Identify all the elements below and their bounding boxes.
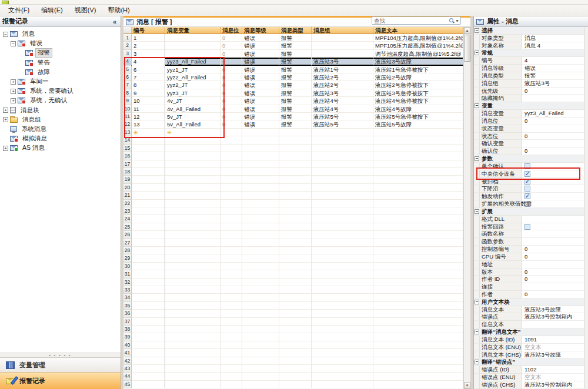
menu-item-3[interactable]: 帮助(H) [102, 5, 135, 16]
cell-empty[interactable] [373, 279, 463, 286]
cell-message-tag[interactable] [165, 42, 220, 49]
cell-empty[interactable] [220, 357, 242, 365]
cell-empty[interactable] [373, 160, 463, 168]
tree-expand-icon[interactable]: + [3, 146, 8, 151]
cell-empty[interactable] [312, 168, 373, 176]
cell-empty[interactable] [279, 200, 312, 207]
column-header-bit[interactable]: 消息位 [220, 27, 242, 34]
cell-message-tag[interactable] [165, 50, 220, 58]
cell-empty[interactable] [312, 207, 373, 215]
cell-empty[interactable] [312, 184, 373, 192]
table-row[interactable]: 23 [123, 207, 463, 215]
cell-empty[interactable] [242, 200, 279, 207]
property-value[interactable] [522, 193, 584, 200]
tree-item[interactable]: 警告 [0, 58, 121, 68]
scroll-down-arrow[interactable]: ▼ [464, 382, 470, 389]
cell-empty[interactable] [220, 333, 242, 341]
cell-message-type[interactable]: 报警 [279, 81, 312, 89]
cell-empty[interactable] [312, 129, 373, 136]
cell-empty[interactable] [165, 247, 220, 254]
cell-empty[interactable] [132, 333, 165, 341]
cell-message-text[interactable]: 液压站4号故障 [373, 105, 463, 113]
cell-empty[interactable] [373, 231, 463, 239]
cell-message-class[interactable]: 错误 [242, 120, 279, 128]
cell-message-group[interactable]: 液压站4号 [312, 105, 373, 113]
cell-empty[interactable] [220, 160, 242, 168]
table-row[interactable]: 11125v_JT0错误报警液压站5号液压站5号急停被按下 [123, 113, 463, 120]
cell-empty[interactable] [373, 357, 463, 365]
cell-empty[interactable] [242, 152, 279, 160]
table-row[interactable]: 15 [123, 145, 463, 152]
cell-message-type[interactable]: 报警 [279, 105, 312, 113]
cell-empty[interactable] [132, 302, 165, 310]
property-value[interactable] [522, 185, 584, 193]
cell-message-group[interactable]: 液压站3号 [312, 89, 373, 97]
cell-message-group[interactable] [312, 50, 373, 58]
cell-empty[interactable] [373, 286, 463, 294]
cell-empty[interactable] [132, 341, 165, 349]
cell-empty[interactable] [279, 254, 312, 262]
property-row[interactable]: 状态变量 [474, 125, 584, 133]
cell-empty[interactable] [220, 270, 242, 278]
cell-message-group[interactable] [312, 34, 373, 42]
cell-empty[interactable] [165, 160, 220, 168]
cell-empty[interactable] [165, 302, 220, 310]
cell-empty[interactable] [220, 326, 242, 333]
cell-message-tag[interactable]: 4v_JT [165, 97, 220, 105]
cell-message-type[interactable]: 报警 [279, 42, 312, 49]
cell-empty[interactable] [242, 263, 279, 270]
cell-number[interactable]: 8 [132, 81, 165, 89]
cell-empty[interactable] [312, 349, 373, 357]
property-value[interactable] [522, 321, 584, 328]
property-value[interactable]: 0 [522, 276, 584, 283]
cell-message-type[interactable]: 报警 [279, 34, 312, 42]
scrollbar-thumb[interactable] [464, 35, 470, 62]
cell-empty[interactable] [220, 145, 242, 152]
cell-empty[interactable] [132, 263, 165, 270]
cell-empty[interactable] [242, 333, 279, 341]
cell-message-tag[interactable]: yyz2_All_Failed [165, 73, 220, 81]
cell-message-type[interactable]: 报警 [279, 89, 312, 97]
property-row[interactable]: 地址 [474, 261, 584, 269]
property-group-header[interactable]: −翻译“错误点” [474, 358, 584, 366]
cell-empty[interactable] [165, 145, 220, 152]
cell-empty[interactable] [132, 294, 165, 301]
tree-item[interactable]: +车间一 [0, 77, 121, 86]
property-row[interactable]: 作者0 [474, 291, 584, 299]
cell-empty[interactable] [165, 263, 220, 270]
cell-empty[interactable] [132, 254, 165, 262]
table-row[interactable]: 20 [123, 184, 463, 192]
table-row[interactable]: 21 [123, 192, 463, 199]
cell-message-tag[interactable]: 5v_All_Failed [165, 120, 220, 128]
property-value[interactable]: 0 [522, 269, 584, 276]
cell-empty[interactable] [373, 145, 463, 152]
cell-empty[interactable] [312, 310, 373, 317]
cell-empty[interactable] [373, 294, 463, 301]
property-value[interactable]: 0 [522, 246, 584, 253]
cell-empty[interactable] [312, 373, 373, 380]
property-value[interactable]: 错误 [522, 65, 584, 72]
cell-empty[interactable] [165, 381, 220, 388]
property-row[interactable]: 消息类型报警 [474, 72, 584, 80]
cell-empty[interactable] [165, 223, 220, 231]
property-value[interactable] [522, 223, 584, 231]
cell-empty[interactable] [132, 152, 165, 160]
cell-empty[interactable] [242, 215, 279, 223]
cell-empty[interactable] [279, 333, 312, 341]
cell-message-group[interactable]: 液压站4号 [312, 97, 373, 105]
cell-empty[interactable] [220, 192, 242, 199]
property-value[interactable] [522, 170, 584, 178]
cell-empty[interactable] [312, 270, 373, 278]
cell-empty[interactable] [373, 333, 463, 341]
cell-message-text[interactable]: 液压站3号急停被按下 [373, 89, 463, 97]
cell-empty[interactable] [132, 286, 165, 294]
cell-empty[interactable] [242, 231, 279, 239]
search-dropdown-caret[interactable]: ▼ [455, 19, 459, 23]
cell-empty[interactable] [220, 381, 242, 388]
cell-message-text[interactable]: 液压站5号故障 [373, 120, 463, 128]
cell-empty[interactable] [373, 318, 463, 326]
property-value[interactable]: 液压站3号控制箱内 [522, 313, 584, 321]
cell-message-class[interactable]: 错误 [242, 42, 279, 49]
cell-empty[interactable] [312, 176, 373, 183]
cell-empty[interactable] [312, 381, 373, 388]
